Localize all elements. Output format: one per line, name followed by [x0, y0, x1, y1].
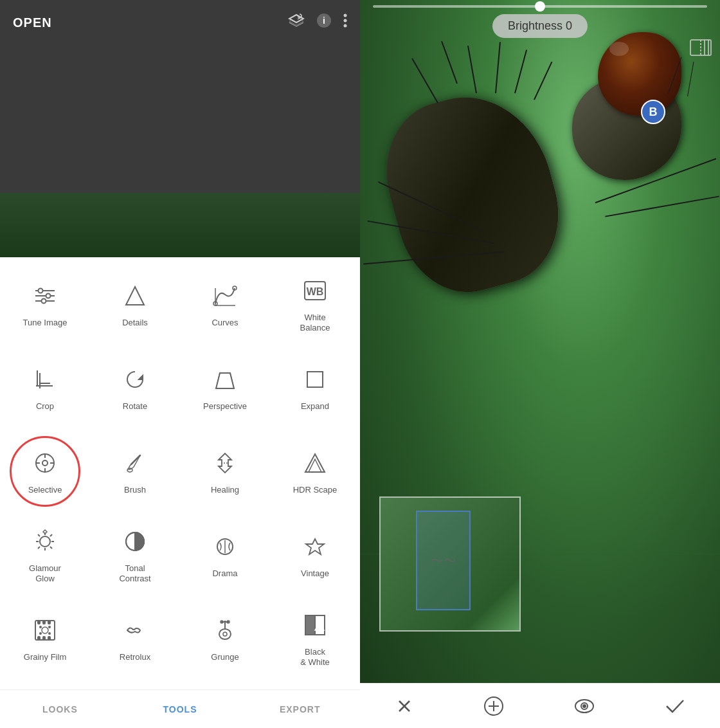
brightness-thumb[interactable] [535, 1, 545, 12]
brightness-track[interactable] [373, 5, 707, 8]
preview-strip [0, 193, 360, 257]
details-label: Details [122, 318, 148, 328]
black-white-label: Black & White [300, 647, 330, 667]
tool-curves[interactable]: Curves [180, 264, 270, 347]
svg-point-66 [49, 626, 50, 628]
image-preview [0, 45, 360, 257]
thumbnail-symbol: 〜〜 [431, 552, 456, 569]
hdr-scape-label: HDR Scape [293, 485, 338, 495]
tool-hdr-scape[interactable]: HDR Scape [270, 431, 360, 514]
tool-crop[interactable]: Crop [0, 347, 90, 431]
svg-rect-62 [43, 637, 45, 640]
tools-row-5: Grainy Film Retrolux [0, 598, 360, 682]
fly-eye-highlight [609, 42, 629, 56]
grainy-film-label: Grainy Film [24, 652, 66, 662]
tool-drama[interactable]: Drama [180, 514, 270, 598]
svg-point-4 [344, 24, 347, 28]
svg-point-2 [344, 14, 347, 17]
svg-rect-63 [48, 637, 50, 640]
photo-area: B [360, 0, 720, 683]
tool-tonal-contrast[interactable]: Tonal Contrast [90, 514, 180, 598]
nav-tools[interactable]: TOOLS [120, 690, 240, 728]
tool-black-white[interactable]: Black & White [270, 598, 360, 682]
expand-label: Expand [301, 401, 329, 412]
svg-point-67 [40, 633, 41, 634]
fly-eye [598, 32, 681, 116]
svg-marker-20 [139, 376, 143, 379]
more-icon[interactable] [343, 13, 347, 32]
tool-perspective[interactable]: Perspective [180, 347, 270, 431]
app-title: OPEN [13, 15, 288, 30]
tools-row-2: Crop Rotate [0, 347, 360, 431]
tune-image-icon [32, 283, 58, 313]
split-view-icon[interactable] [689, 39, 712, 60]
tool-grunge[interactable]: Grunge [180, 598, 270, 682]
svg-line-51 [50, 534, 52, 536]
retrolux-label: Retrolux [120, 652, 150, 662]
svg-marker-76 [315, 623, 324, 630]
svg-rect-24 [307, 372, 323, 387]
svg-marker-56 [306, 539, 324, 554]
tool-details[interactable]: Details [90, 264, 180, 347]
svg-point-10 [42, 299, 46, 304]
hdr-scape-icon [302, 450, 328, 480]
tools-row-3: Selective Brush [0, 431, 360, 514]
svg-point-3 [344, 19, 347, 23]
svg-line-49 [50, 547, 52, 549]
tool-rotate[interactable]: Rotate [90, 347, 180, 431]
tune-image-label: Tune Image [23, 318, 68, 328]
right-panel: Brightness 0 B [360, 0, 720, 728]
tonal-contrast-icon [122, 529, 148, 558]
left-panel: OPEN i [0, 0, 360, 728]
nav-looks[interactable]: LOOKS [0, 690, 120, 728]
glamour-glow-icon [32, 529, 58, 558]
curves-icon [212, 283, 238, 313]
tool-expand[interactable]: Expand [270, 347, 360, 431]
tool-healing[interactable]: Healing [180, 431, 270, 514]
info-icon[interactable]: i [316, 13, 332, 32]
svg-marker-21 [216, 373, 234, 388]
curves-label: Curves [212, 318, 238, 328]
retrolux-icon [122, 617, 148, 647]
svg-point-88 [583, 705, 586, 707]
black-white-icon [302, 612, 328, 642]
tool-tune-image[interactable]: Tune Image [0, 264, 90, 347]
add-point-button[interactable] [483, 696, 504, 716]
tool-retrolux[interactable]: Retrolux [90, 598, 180, 682]
b-marker[interactable]: B [641, 100, 665, 124]
nav-export[interactable]: EXPORT [240, 690, 360, 728]
tool-vintage[interactable]: Vintage [270, 514, 360, 598]
brush-label: Brush [124, 485, 146, 495]
confirm-button[interactable] [665, 698, 685, 714]
svg-marker-52 [43, 530, 47, 534]
vintage-icon [302, 534, 328, 563]
svg-point-43 [40, 536, 50, 547]
healing-icon [212, 450, 238, 480]
crop-label: Crop [36, 401, 54, 412]
fly-photo: B [360, 0, 720, 683]
tonal-contrast-label: Tonal Contrast [119, 563, 150, 583]
white-balance-icon: WB [302, 278, 328, 307]
preview-button[interactable] [574, 699, 595, 713]
cancel-button[interactable] [395, 697, 413, 715]
tool-grainy-film[interactable]: Grainy Film [0, 598, 90, 682]
expand-icon [302, 367, 328, 396]
tool-selective[interactable]: Selective [0, 431, 90, 514]
svg-text:WB: WB [307, 286, 324, 297]
thumbnail-box: 〜〜 [379, 496, 521, 632]
layers-icon[interactable] [288, 14, 305, 32]
svg-rect-60 [48, 621, 50, 624]
svg-rect-58 [38, 621, 40, 624]
tool-brush[interactable]: Brush [90, 431, 180, 514]
brightness-control: Brightness 0 [360, 0, 720, 38]
crop-icon [32, 367, 58, 396]
perspective-label: Perspective [203, 401, 247, 412]
tool-white-balance[interactable]: WB White Balance [270, 264, 360, 347]
grunge-icon [212, 617, 238, 647]
tools-grid: Tune Image Details [0, 257, 360, 689]
rotate-icon [122, 367, 148, 396]
glamour-glow-label: Glamour Glow [29, 563, 61, 583]
vintage-label: Vintage [301, 569, 329, 579]
svg-line-48 [38, 534, 40, 536]
tool-glamour-glow[interactable]: Glamour Glow [0, 514, 90, 598]
